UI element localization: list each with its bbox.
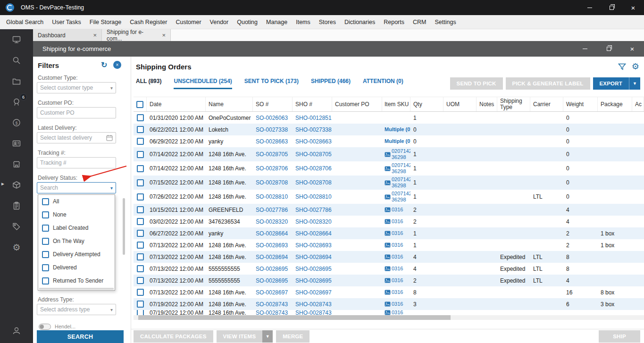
dashboard-icon[interactable] bbox=[0, 32, 33, 48]
option-checkbox[interactable] bbox=[42, 211, 49, 218]
sho-link[interactable]: SHO-0028706 bbox=[295, 165, 332, 172]
column-header[interactable]: Customer PO bbox=[332, 97, 382, 111]
table-row[interactable]: 07/15/2022 12:00 AM 1248 16th Ave. SO-00… bbox=[134, 176, 644, 190]
ship-button[interactable]: SHIP bbox=[599, 330, 640, 343]
sidebar-expander-icon[interactable]: ► bbox=[0, 181, 5, 186]
table-row[interactable]: 03/02/2022 12:00 AM 3476236534 SO-002832… bbox=[134, 216, 644, 227]
tab-shipping-for-ecommerce[interactable]: Shipping for e-com... × bbox=[102, 29, 171, 41]
dropdown-option[interactable]: None bbox=[38, 208, 115, 221]
filters-scrollbar[interactable] bbox=[123, 198, 125, 255]
sho-link[interactable]: SHO-0028743 bbox=[295, 310, 332, 315]
customer-po-input[interactable] bbox=[37, 107, 116, 118]
sho-link[interactable]: SHO-0028695 bbox=[295, 277, 332, 284]
view-items-button[interactable]: VIEW ITEMS bbox=[217, 330, 263, 343]
search-button[interactable]: SEARCH bbox=[37, 330, 124, 343]
search-icon[interactable] bbox=[0, 52, 33, 68]
so-link[interactable]: SO-0028697 bbox=[256, 289, 288, 296]
store-icon[interactable] bbox=[0, 156, 33, 172]
status-tab[interactable]: SENT TO PICK (173) bbox=[244, 78, 299, 89]
row-checkbox[interactable] bbox=[137, 230, 144, 237]
view-items-dropdown-caret[interactable]: ▼ bbox=[262, 330, 273, 343]
inner-restore-button[interactable] bbox=[597, 41, 620, 57]
sho-link[interactable]: SHO-0028743 bbox=[295, 301, 332, 308]
sku-link[interactable]: Multiple (0) bbox=[385, 138, 410, 144]
tab-close-icon[interactable]: × bbox=[162, 32, 166, 39]
menu-item-vendor[interactable]: Vendor bbox=[206, 15, 233, 29]
menu-item-items[interactable]: Items bbox=[292, 15, 315, 29]
row-checkbox[interactable] bbox=[137, 218, 144, 225]
table-row[interactable]: 07/13/2022 12:00 AM 1248 16th Ave. SO-00… bbox=[134, 286, 644, 298]
row-checkbox[interactable] bbox=[137, 289, 144, 296]
column-header[interactable]: Ac bbox=[632, 97, 644, 111]
grid-settings-icon[interactable]: ⚙ bbox=[632, 62, 639, 71]
so-link[interactable]: SO-0028706 bbox=[256, 165, 288, 172]
column-header[interactable]: SHO # bbox=[293, 97, 332, 111]
sho-link[interactable]: SHO-0028810 bbox=[295, 193, 332, 200]
row-checkbox[interactable] bbox=[137, 253, 144, 260]
sku-link[interactable]: 0207142 36298 bbox=[392, 148, 410, 160]
row-checkbox[interactable] bbox=[137, 206, 144, 213]
minimize-button[interactable] bbox=[579, 0, 601, 15]
export-button[interactable]: EXPORT bbox=[593, 77, 629, 90]
menu-item-crm[interactable]: CRM bbox=[409, 15, 430, 29]
row-checkbox[interactable] bbox=[137, 277, 144, 284]
table-row[interactable]: 06/29/2022 12:00 AM yanky SO-0028663 SHO… bbox=[134, 135, 644, 147]
so-link[interactable]: SO-0028320 bbox=[256, 218, 288, 225]
column-header[interactable]: Notes bbox=[477, 97, 497, 111]
column-header[interactable]: SO # bbox=[253, 97, 293, 111]
row-checkbox[interactable] bbox=[137, 265, 144, 272]
menu-item-quoting[interactable]: Quoting bbox=[233, 15, 262, 29]
so-link[interactable]: SO-0028705 bbox=[256, 151, 288, 158]
merge-button[interactable]: MERGE bbox=[276, 330, 309, 343]
dropdown-option[interactable]: Label Created bbox=[38, 221, 115, 234]
so-link[interactable]: SO-0028664 bbox=[256, 230, 288, 237]
sku-link[interactable]: 0207142 36298 bbox=[392, 162, 410, 175]
table-row[interactable]: 07/14/2022 12:00 AM 1248 16th Ave. SO-00… bbox=[134, 161, 644, 176]
chevron-down-icon[interactable]: ▾ bbox=[110, 185, 113, 191]
table-row[interactable]: 07/13/2022 12:00 AM 1248 16th Ave. SO-00… bbox=[134, 239, 644, 251]
contacts-icon[interactable] bbox=[0, 135, 33, 151]
horizontal-scrollbar-thumb[interactable] bbox=[138, 315, 451, 320]
sho-link[interactable]: SHO-0028697 bbox=[295, 289, 332, 296]
dropdown-option[interactable]: All bbox=[38, 195, 115, 208]
row-checkbox[interactable] bbox=[137, 301, 144, 308]
table-row[interactable]: 06/27/2022 12:00 AM yanky SO-0028664 SHO… bbox=[134, 227, 644, 239]
send-to-pick-button[interactable]: SEND TO PICK bbox=[450, 77, 503, 90]
sku-link[interactable]: 0316 bbox=[392, 242, 403, 248]
export-dropdown-caret[interactable]: ▼ bbox=[629, 77, 640, 90]
sku-link[interactable]: 0316 bbox=[392, 254, 403, 260]
sho-link[interactable]: SHO-0027338 bbox=[295, 126, 332, 133]
menu-item-manage[interactable]: Manage bbox=[262, 15, 292, 29]
tab-dashboard[interactable]: Dashboard × bbox=[33, 29, 102, 41]
table-row[interactable]: 07/19/2022 12:00 AM 1248 16th Ave. SO-00… bbox=[134, 310, 644, 315]
sku-link[interactable]: 0316 bbox=[392, 207, 403, 213]
sho-link[interactable]: SHO-0028708 bbox=[295, 179, 332, 186]
option-checkbox[interactable] bbox=[42, 198, 49, 205]
table-row[interactable]: 07/14/2022 12:00 AM 1248 16th Ave. SO-00… bbox=[134, 147, 644, 161]
filter-toggle[interactable] bbox=[39, 324, 51, 330]
so-link[interactable]: SO-0028743 bbox=[256, 301, 288, 308]
row-checkbox[interactable] bbox=[137, 165, 144, 172]
table-row[interactable]: 07/13/2022 12:00 AM 1248 16th Ave. SO-00… bbox=[134, 251, 644, 263]
sho-link[interactable]: SHO-0028694 bbox=[295, 254, 332, 260]
table-row[interactable]: 01/31/2020 12:00 AM OnePoCustomer SO-002… bbox=[134, 112, 644, 124]
tasks-icon[interactable] bbox=[0, 198, 33, 214]
status-tab[interactable]: UNSCHEDULED (254) bbox=[174, 78, 232, 89]
latest-delivery-input[interactable]: Select latest delivery bbox=[37, 132, 116, 143]
tracking-input[interactable] bbox=[37, 157, 116, 168]
sku-link[interactable]: 0316 bbox=[392, 301, 403, 307]
menu-item-cash-register[interactable]: Cash Register bbox=[125, 15, 171, 29]
dropdown-hscrollbar[interactable] bbox=[39, 288, 114, 290]
tab-close-icon[interactable]: × bbox=[93, 32, 97, 39]
so-link[interactable]: SO-0028694 bbox=[256, 254, 288, 260]
table-row[interactable]: 07/13/2022 12:00 AM 5555555555 SO-002869… bbox=[134, 263, 644, 275]
menu-item-stores[interactable]: Stores bbox=[315, 15, 340, 29]
menu-item-file-storage[interactable]: File Storage bbox=[85, 15, 125, 29]
menu-item-settings[interactable]: Settings bbox=[430, 15, 460, 29]
address-type-select[interactable]: Select address type ▾ bbox=[37, 304, 116, 315]
calendar-icon[interactable] bbox=[106, 134, 113, 141]
select-all-checkbox[interactable] bbox=[136, 101, 143, 108]
so-link[interactable]: SO-0028663 bbox=[256, 138, 288, 145]
sho-link[interactable]: SHO-0028695 bbox=[295, 266, 332, 272]
restore-button[interactable] bbox=[601, 0, 622, 15]
